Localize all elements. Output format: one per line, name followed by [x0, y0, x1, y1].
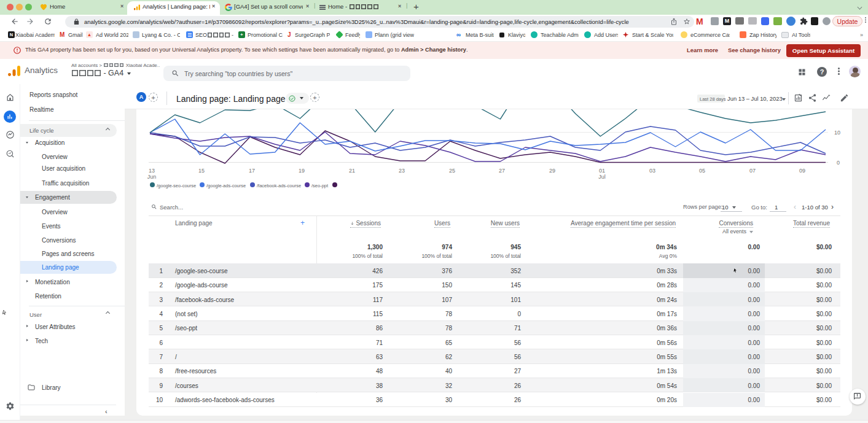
svg-text:0: 0 [837, 160, 840, 166]
svg-text:01: 01 [599, 168, 605, 174]
svg-text:/google-ads-course: /google-ads-course [206, 183, 246, 188]
svg-text:19: 19 [299, 168, 305, 174]
svg-text:Jun: Jun [147, 174, 157, 180]
svg-text:/facebook-ads-course: /facebook-ads-course [257, 183, 301, 188]
svg-text:03: 03 [649, 168, 655, 174]
svg-text:13: 13 [149, 168, 155, 174]
svg-text:07: 07 [749, 168, 756, 174]
svg-text:/seo-ppt: /seo-ppt [311, 183, 329, 188]
svg-text:21: 21 [349, 168, 355, 174]
svg-text:29: 29 [549, 168, 555, 174]
svg-text:17: 17 [249, 168, 255, 174]
svg-text:05: 05 [699, 168, 705, 174]
svg-text:09: 09 [799, 168, 805, 174]
svg-text:25: 25 [449, 168, 455, 174]
svg-text:Jul: Jul [598, 174, 606, 180]
svg-text:27: 27 [499, 168, 505, 174]
svg-text:23: 23 [399, 168, 405, 174]
svg-text:10: 10 [834, 130, 840, 136]
svg-text:15: 15 [198, 168, 205, 174]
svg-text:/google-seo-course: /google-seo-course [157, 183, 196, 188]
